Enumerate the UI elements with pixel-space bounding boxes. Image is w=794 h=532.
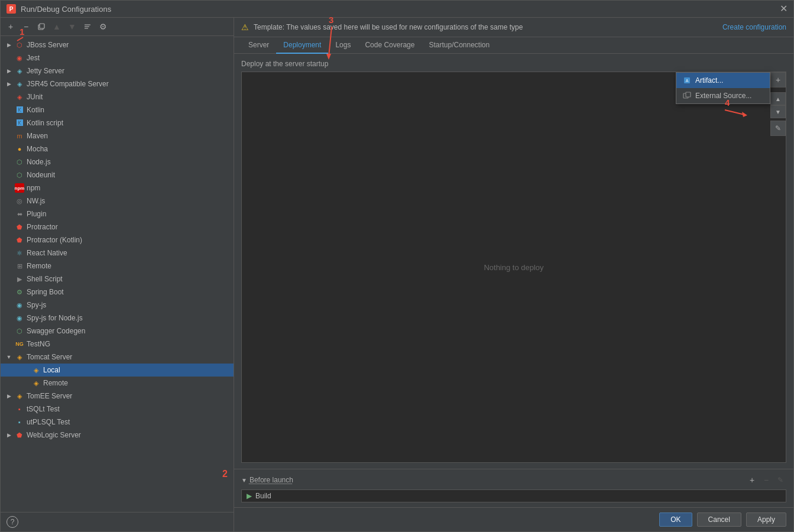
tree-item-jboss[interactable]: ▶ ⬡ JBoss Server [1,38,234,51]
help-button[interactable]: ? [7,516,18,528]
deploy-edit-button[interactable]: ✎ [770,121,786,136]
deploy-add-button[interactable]: + [770,72,786,87]
before-launch-minus-button[interactable]: − [760,474,772,486]
left-toolbar: + − ▲ ▼ ⚙ [1,18,234,36]
add-config-button[interactable]: + [4,20,17,33]
tree-item-tsqlt[interactable]: ▪ tSQLt Test [1,403,234,416]
tree-item-tomee[interactable]: ▶ ◈ TomEE Server [1,390,234,403]
tab-logs[interactable]: Logs [328,37,358,54]
before-launch-header[interactable]: ▼ Before launch + − ✎ [241,474,786,486]
tomcat-local-icon: ◈ [31,365,41,375]
expand-tomee[interactable]: ▶ [5,392,12,400]
plugin-label: Plugin [27,210,46,218]
tree-item-jsr45[interactable]: ▶ ◈ JSR45 Compatible Server [1,77,234,90]
tree-item-protractor-kotlin[interactable]: ⬟ Protractor (Kotlin) [1,233,234,246]
tree-item-nwjs[interactable]: ◎ NW.js [1,194,234,207]
spacer [5,419,12,426]
spacer [5,275,12,283]
before-launch-add-button[interactable]: + [746,474,758,486]
tree-item-tomcat[interactable]: ▼ ◈ Tomcat Server [1,351,234,364]
external-source-label: External Source... [695,92,751,100]
spacer [5,184,12,192]
testng-label: TestNG [27,340,50,348]
sort-button[interactable] [81,20,94,33]
expand-tomcat[interactable]: ▼ [5,353,12,361]
tree-item-react-native[interactable]: ⚛ React Native [1,246,234,259]
tree-item-utplsql[interactable]: ▪ utPLSQL Test [1,416,234,429]
tree-item-shell-script[interactable]: ▶ Shell Script [1,273,234,286]
create-config-link[interactable]: Create configuration [722,23,786,31]
artifact-label: Artifact... [695,76,723,85]
expand-jetty[interactable]: ▶ [5,67,12,74]
jetty-icon: ◈ [15,66,24,76]
before-launch: ▼ Before launch + − ✎ ▶ Build [234,469,793,507]
dropdown-item-artifact[interactable]: A Artifact... [676,73,770,88]
tree-item-tomcat-remote[interactable]: ◈ Remote [1,377,234,390]
close-button[interactable]: ✕ [780,4,787,14]
tree-item-spring-boot[interactable]: ⚙ Spring Boot [1,286,234,299]
tree-item-nodejs[interactable]: ⬡ Node.js [1,155,234,168]
tab-code-coverage[interactable]: Code Coverage [358,37,422,54]
utplsql-label: utPLSQL Test [27,418,70,426]
before-launch-edit-button[interactable]: ✎ [774,474,786,486]
spacer [5,171,12,179]
npm-label: npm [27,184,40,192]
tree-item-plugin[interactable]: ⬌ Plugin [1,207,234,220]
tree-item-remote[interactable]: ⊞ Remote [1,259,234,273]
tree-item-kotlin[interactable]: 🅺 Kotlin [1,103,234,116]
tree-item-junit[interactable]: ◈ JUnit [1,90,234,103]
move-down-button[interactable]: ▼ [66,20,79,33]
jsr45-icon: ◈ [15,79,24,89]
tree-item-maven[interactable]: m Maven [1,129,234,142]
deploy-scroll-down[interactable]: ▼ [770,105,786,118]
copy-config-button[interactable] [35,20,48,33]
tree-item-testng[interactable]: NG TestNG [1,338,234,351]
spacer [5,197,12,205]
ok-button[interactable]: OK [659,512,692,527]
maven-icon: m [15,131,24,141]
jetty-label: Jetty Server [27,67,64,75]
expand-jsr45[interactable]: ▶ [5,80,12,87]
tree-item-jest[interactable]: ◉ Jest [1,51,234,64]
tab-deployment[interactable]: Deployment [276,37,328,54]
tab-startup-connection[interactable]: Startup/Connection [422,37,497,54]
deploy-dropdown-menu: A Artifact... [676,72,770,104]
tree-item-kotlin-script[interactable]: 🅺 Kotlin script [1,116,234,129]
warning-text: Template: The values saved here will be … [254,23,718,31]
tree-item-mocha[interactable]: ● Mocha [1,142,234,155]
build-icon: ▶ [247,492,252,500]
protractor-kotlin-icon: ⬟ [15,235,24,245]
spy-js-node-icon: ◉ [15,313,24,323]
tree-item-nodeunit[interactable]: ⬡ Nodeunit [1,168,234,181]
cancel-button[interactable]: Cancel [697,512,741,527]
tree-item-npm[interactable]: npm npm [1,181,234,194]
remove-config-button[interactable]: − [20,20,33,33]
tree-item-weblogic[interactable]: ▶ ⬟ WebLogic Server [1,429,234,442]
expand-weblogic[interactable]: ▶ [5,432,12,439]
shell-script-icon: ▶ [15,274,24,284]
tree-item-protractor[interactable]: ⬟ Protractor [1,220,234,233]
tomcat-icon: ◈ [15,352,24,362]
tree-item-tomcat-local[interactable]: ◈ Local [1,364,234,377]
before-launch-label: Before launch [249,476,293,484]
tree-item-spy-js-node[interactable]: ◉ Spy-js for Node.js [1,312,234,325]
weblogic-label: WebLogic Server [27,431,81,439]
tree-item-spy-js[interactable]: ◉ Spy-js [1,299,234,312]
expand-jboss[interactable]: ▶ [5,41,12,48]
dropdown-item-external-source[interactable]: External Source... [676,88,770,103]
svg-text:A: A [686,79,689,83]
move-up-button[interactable]: ▲ [50,20,63,33]
tree-item-swagger[interactable]: ⬡ Swagger Codegen [1,325,234,338]
jest-icon: ◉ [15,53,24,63]
config-tree: ▶ ⬡ JBoss Server ◉ Jest ▶ ◈ Jetty Server [1,36,234,512]
svg-rect-8 [686,92,691,97]
tab-server[interactable]: Server [241,37,276,54]
apply-button[interactable]: Apply [746,512,786,527]
spacer [5,54,12,61]
deploy-scroll-up[interactable]: ▲ [770,92,786,105]
tree-item-jetty[interactable]: ▶ ◈ Jetty Server [1,64,234,77]
jboss-icon: ⬡ [15,40,24,50]
settings-button[interactable]: ⚙ [96,20,109,33]
tabs-bar: Server Deployment Logs Code Coverage Sta… [234,37,793,54]
remote-label: Remote [27,262,51,270]
